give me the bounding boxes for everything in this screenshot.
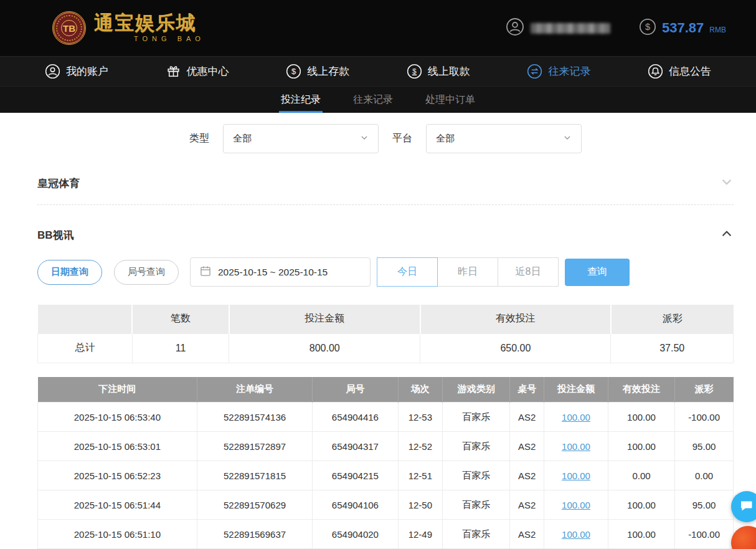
bet-time-cell: 2025-10-15 06:53:01 [38, 432, 197, 461]
session-cell: 12-53 [398, 403, 442, 432]
bet-amount-cell: 100.00 [544, 520, 608, 549]
platform-select[interactable]: 全部 [426, 124, 582, 153]
balance[interactable]: $ 537.87 RMB [639, 18, 726, 38]
summary-table: 笔数 投注金额 有效投注 派彩 总计 11 800.00 650.00 37.5… [37, 305, 734, 363]
table-row: 2025-10-15 06:52:23522891571815654904215… [38, 461, 734, 490]
round-id-cell: 654904215 [313, 461, 398, 490]
section-divider [37, 204, 734, 205]
bell-icon [648, 64, 663, 79]
nav-label: 线上存款 [307, 64, 349, 79]
search-button[interactable]: 查询 [565, 259, 630, 286]
deposit-coin-icon: $ [286, 64, 301, 79]
bet-amount-link[interactable]: 100.00 [562, 412, 590, 422]
calendar-icon [199, 265, 212, 280]
gift-icon [166, 64, 181, 79]
summary-header-row: 笔数 投注金额 有效投注 派彩 [38, 305, 734, 333]
yesterday-button[interactable]: 昨日 [437, 257, 498, 287]
valid-bet-cell: 100.00 [608, 403, 674, 432]
bb-video-title: BB视讯 [37, 228, 74, 242]
main-nav: 我的账户 优惠中心 $ 线上存款 $ 线上取款 往来记录 信息公告 [0, 56, 756, 86]
payout-cell: -100.00 [675, 403, 734, 432]
table-row: 2025-10-15 06:53:01522891572897654904317… [38, 432, 734, 461]
nav-item-my-account[interactable]: 我的账户 [45, 64, 108, 79]
summary-header-payout: 派彩 [611, 305, 734, 333]
type-select[interactable]: 全部 [223, 124, 379, 153]
table-row: 2025-10-15 06:53:40522891574136654904416… [38, 403, 734, 432]
summary-header-count: 笔数 [132, 305, 229, 333]
game-type-cell: 百家乐 [443, 490, 510, 520]
logo-subtitle: TONG BAO [94, 36, 205, 43]
header-round-id: 局号 [313, 377, 398, 403]
tab-transaction-records[interactable]: 往来记录 [351, 87, 395, 113]
sub-nav: 投注纪录 往来记录 处理中订单 [0, 86, 756, 113]
date-range-input[interactable]: 2025-10-15 ~ 2025-10-15 [190, 257, 371, 287]
summary-total-bet: 800.00 [229, 333, 420, 363]
bet-time-cell: 2025-10-15 06:53:40 [38, 403, 197, 432]
avatar-icon [506, 17, 524, 39]
bet-amount-link[interactable]: 100.00 [562, 470, 590, 481]
session-cell: 12-49 [398, 520, 442, 549]
tab-processing-orders[interactable]: 处理中订单 [423, 87, 477, 113]
valid-bet-cell: 100.00 [608, 520, 674, 549]
header-order-id: 注单编号 [197, 377, 312, 403]
payout-cell: 0.00 [675, 461, 734, 490]
round-query-toggle[interactable]: 局号查询 [114, 260, 179, 285]
chevron-up-icon[interactable] [720, 227, 734, 243]
recent8-button[interactable]: 近8日 [498, 257, 559, 287]
valid-bet-cell: 100.00 [608, 432, 674, 461]
game-type-cell: 百家乐 [443, 403, 510, 432]
order-id-cell: 522891574136 [197, 403, 312, 432]
bet-amount-link[interactable]: 100.00 [562, 529, 590, 540]
date-query-toggle[interactable]: 日期查询 [37, 260, 102, 285]
valid-bet-cell: 0.00 [608, 461, 674, 490]
header-bet-time: 下注时间 [38, 377, 197, 403]
bet-time-cell: 2025-10-15 06:51:44 [38, 490, 197, 520]
bet-amount-link[interactable]: 100.00 [562, 500, 590, 510]
nav-item-withdraw[interactable]: $ 线上取款 [407, 64, 470, 79]
bet-amount-cell: 100.00 [544, 490, 608, 520]
crown-sports-section-header[interactable]: 皇冠体育 [37, 175, 734, 191]
site-logo[interactable]: TB 通宝娱乐城 TONG BAO [52, 11, 205, 45]
order-id-cell: 522891571815 [197, 461, 312, 490]
logo-title: 通宝娱乐城 [94, 13, 205, 34]
nav-item-deposit[interactable]: $ 线上存款 [286, 64, 349, 79]
summary-header-blank [38, 305, 133, 333]
wallet-icon: $ [639, 18, 656, 38]
summary-header-valid: 有效投注 [420, 305, 611, 333]
nav-item-promotions[interactable]: 优惠中心 [166, 64, 229, 79]
main-content: 类型 全部 平台 全部 皇冠体育 BB视讯 日期查询 局号查询 2025-10-… [0, 124, 756, 549]
summary-total-valid: 650.00 [420, 333, 611, 363]
chevron-down-icon[interactable] [720, 175, 734, 191]
header-right: $ 537.87 RMB [506, 17, 726, 39]
order-id-cell: 522891569637 [197, 520, 312, 549]
username-redacted [531, 23, 610, 34]
chat-bubble-icon [739, 498, 754, 515]
top-header: TB 通宝娱乐城 TONG BAO $ 537.87 RMB [0, 0, 756, 56]
table-id-cell: AS2 [510, 520, 544, 549]
withdraw-coin-icon: $ [407, 64, 422, 79]
crown-sports-title: 皇冠体育 [37, 176, 80, 191]
user-chip[interactable] [506, 17, 610, 39]
tab-label: 往来记录 [353, 93, 393, 107]
bb-video-section-header[interactable]: BB视讯 [37, 227, 734, 243]
payout-cell: -100.00 [675, 520, 734, 549]
today-button[interactable]: 今日 [377, 257, 438, 287]
date-query-label: 日期查询 [51, 266, 88, 278]
header-bet-amount: 投注金额 [544, 377, 608, 403]
tab-bet-records[interactable]: 投注纪录 [279, 87, 323, 113]
tab-label: 投注纪录 [281, 93, 321, 107]
today-label: 今日 [397, 265, 417, 279]
bet-table-body: 2025-10-15 06:53:40522891574136654904416… [38, 403, 734, 549]
user-icon [45, 64, 60, 79]
svg-text:$: $ [645, 22, 650, 32]
table-id-cell: AS2 [510, 461, 544, 490]
nav-item-announcements[interactable]: 信息公告 [648, 64, 711, 79]
header-game-type: 游戏类别 [443, 377, 510, 403]
summary-header-bet: 投注金额 [229, 305, 420, 333]
filter-row: 类型 全部 平台 全部 [37, 124, 734, 153]
query-row: 日期查询 局号查询 2025-10-15 ~ 2025-10-15 今日 昨日 … [37, 257, 734, 287]
bet-amount-link[interactable]: 100.00 [562, 441, 590, 452]
nav-item-records[interactable]: 往来记录 [527, 64, 590, 79]
header-table-id: 桌号 [510, 377, 544, 403]
logo-coin-icon: TB [52, 11, 86, 45]
